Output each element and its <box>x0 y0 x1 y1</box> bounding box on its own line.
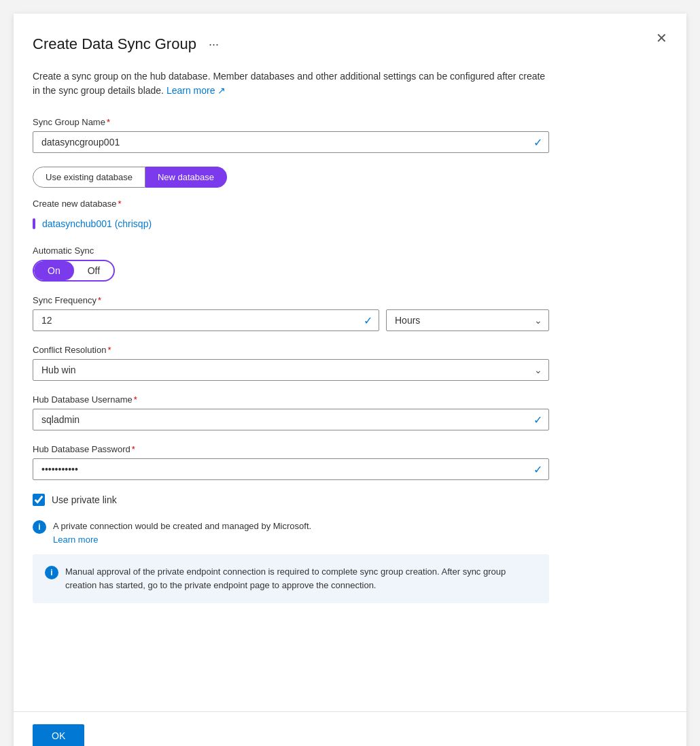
sync-freq-required: * <box>98 295 101 305</box>
title-row: Create Data Sync Group ··· <box>33 35 223 53</box>
conflict-required: * <box>107 345 111 355</box>
footer-bar: OK <box>14 711 686 746</box>
create-new-db-label: Create new database* <box>33 199 659 209</box>
private-link-checkbox[interactable] <box>33 494 45 506</box>
hub-username-input[interactable] <box>33 409 549 430</box>
sync-frequency-group: Sync Frequency* ✓ Hours Minutes Days ⌄ <box>33 295 659 331</box>
db-accent-bar <box>33 218 35 229</box>
learn-more-link[interactable]: Learn more ↗ <box>167 85 226 96</box>
hub-username-check-icon: ✓ <box>533 413 542 426</box>
private-link-learn-more-link[interactable]: Learn more <box>53 533 311 547</box>
conflict-resolution-label: Conflict Resolution* <box>33 345 659 355</box>
hub-username-group: Hub Database Username* ✓ <box>33 394 659 430</box>
hub-username-wrapper: ✓ <box>33 409 549 430</box>
info-box-icon: i <box>45 566 58 579</box>
private-link-label[interactable]: Use private link <box>52 494 117 505</box>
frequency-unit-select[interactable]: Hours Minutes Days <box>386 309 549 331</box>
frequency-number-wrapper: ✓ <box>33 309 379 331</box>
db-link[interactable]: datasynchub001 (chrisqp) <box>42 218 152 229</box>
hub-password-required: * <box>132 444 135 454</box>
ok-button[interactable]: OK <box>33 724 84 746</box>
frequency-number-input[interactable] <box>33 309 379 331</box>
database-tabs: Use existing database New database <box>33 167 659 188</box>
automatic-sync-toggle: On Off <box>33 260 115 282</box>
conflict-resolution-select[interactable]: Hub win Member win <box>33 359 549 381</box>
description-text: Create a sync group on the hub database.… <box>33 69 549 98</box>
hub-password-input[interactable] <box>33 458 549 480</box>
sync-group-name-check-icon: ✓ <box>533 136 542 149</box>
panel-title: Create Data Sync Group <box>33 35 196 53</box>
hub-password-group: Hub Database Password* ✓ <box>33 444 659 480</box>
new-database-tab[interactable]: New database <box>145 167 227 188</box>
hub-username-label: Hub Database Username* <box>33 394 659 405</box>
frequency-row: ✓ Hours Minutes Days ⌄ <box>33 309 549 331</box>
hub-password-wrapper: ✓ <box>33 458 549 480</box>
private-link-info-text: A private connection would be created an… <box>53 520 311 546</box>
use-existing-database-tab[interactable]: Use existing database <box>33 167 145 188</box>
conflict-resolution-wrapper: Hub win Member win ⌄ <box>33 359 549 381</box>
automatic-sync-label: Automatic Sync <box>33 245 659 256</box>
close-button[interactable]: ✕ <box>650 27 673 49</box>
hub-username-required: * <box>134 394 137 405</box>
hub-password-check-icon: ✓ <box>533 463 542 476</box>
automatic-sync-group: Automatic Sync On Off <box>33 245 659 282</box>
sync-group-name-group: Sync Group Name* ✓ <box>33 117 659 153</box>
database-tab-group: Use existing database New database Creat… <box>33 167 659 232</box>
conflict-resolution-group: Conflict Resolution* Hub win Member win … <box>33 345 659 381</box>
toggle-on-button[interactable]: On <box>34 261 74 280</box>
toggle-off-button[interactable]: Off <box>74 261 113 280</box>
db-info-row: datasynchub001 (chrisqp) <box>33 213 659 232</box>
hub-password-label: Hub Database Password* <box>33 444 659 454</box>
private-endpoint-info-text: Manual approval of the private endpoint … <box>65 565 537 592</box>
sync-group-name-label: Sync Group Name* <box>33 117 659 127</box>
create-db-required: * <box>118 199 122 209</box>
sync-frequency-label: Sync Frequency* <box>33 295 659 305</box>
private-link-checkbox-row: Use private link <box>33 494 659 506</box>
automatic-sync-toggle-group: On Off <box>33 260 659 282</box>
frequency-check-icon: ✓ <box>364 314 372 327</box>
frequency-unit-wrapper: Hours Minutes Days ⌄ <box>386 309 549 331</box>
private-link-info-row: i A private connection would be created … <box>33 520 659 546</box>
info-icon: i <box>33 520 46 534</box>
create-data-sync-panel: Create Data Sync Group ··· ✕ Create a sy… <box>14 14 686 746</box>
private-endpoint-info-box: i Manual approval of the private endpoin… <box>33 554 549 603</box>
panel-header: Create Data Sync Group ··· ✕ <box>33 35 659 53</box>
required-marker: * <box>107 117 110 127</box>
ellipsis-button[interactable]: ··· <box>205 36 223 53</box>
sync-group-name-input[interactable] <box>33 131 549 153</box>
external-link-icon: ↗ <box>217 85 226 96</box>
sync-group-name-wrapper: ✓ <box>33 131 549 153</box>
